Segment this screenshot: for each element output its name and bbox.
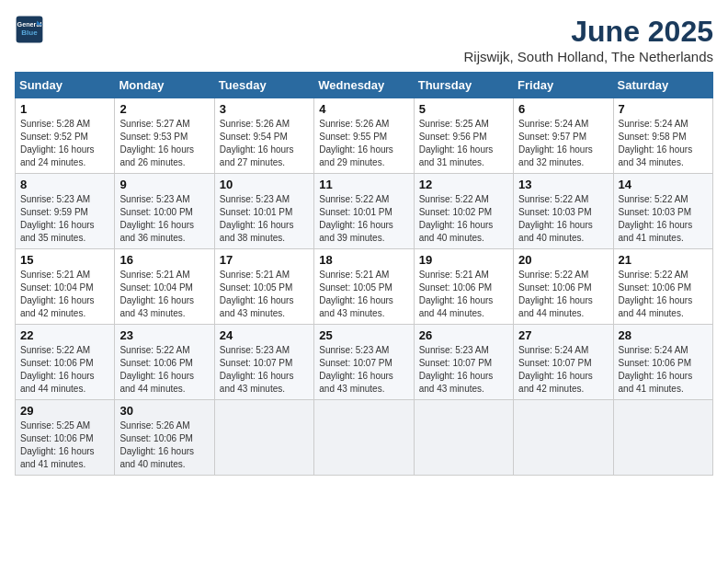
- day-number: 12: [419, 178, 508, 191]
- day-info: Sunrise: 5:22 AMSunset: 10:06 PMDaylight…: [20, 344, 109, 396]
- day-header-saturday: Saturday: [613, 73, 712, 98]
- calendar-cell: 16 Sunrise: 5:21 AMSunset: 10:04 PMDayli…: [115, 249, 214, 325]
- calendar-week-2: 8 Sunrise: 5:23 AMSunset: 9:59 PMDayligh…: [16, 174, 713, 249]
- calendar-table: SundayMondayTuesdayWednesdayThursdayFrid…: [15, 72, 713, 476]
- day-number: 9: [119, 178, 209, 191]
- day-info: Sunrise: 5:21 AMSunset: 10:06 PMDaylight…: [419, 269, 508, 320]
- day-number: 16: [119, 253, 209, 267]
- day-info: Sunrise: 5:25 AMSunset: 9:56 PMDaylight:…: [419, 118, 508, 169]
- day-number: 30: [119, 404, 209, 418]
- calendar-cell: 19 Sunrise: 5:21 AMSunset: 10:06 PMDayli…: [414, 249, 513, 325]
- day-number: 7: [619, 102, 708, 116]
- day-number: 18: [319, 253, 408, 267]
- day-number: 6: [518, 102, 608, 116]
- day-number: 26: [419, 328, 508, 342]
- day-header-monday: Monday: [115, 73, 214, 98]
- day-number: 24: [220, 328, 309, 342]
- calendar-cell: 25 Sunrise: 5:23 AMSunset: 10:07 PMDayli…: [314, 325, 414, 400]
- location-title: Rijswijk, South Holland, The Netherlands: [463, 49, 713, 64]
- calendar-week-5: 29 Sunrise: 5:25 AMSunset: 10:06 PMDayli…: [16, 400, 713, 476]
- day-info: Sunrise: 5:22 AMSunset: 10:03 PMDaylight…: [619, 193, 708, 245]
- calendar-cell: [214, 400, 313, 476]
- calendar-cell: 15 Sunrise: 5:21 AMSunset: 10:04 PMDayli…: [16, 249, 115, 325]
- day-number: 1: [20, 102, 109, 116]
- calendar-cell: 20 Sunrise: 5:22 AMSunset: 10:06 PMDayli…: [514, 249, 613, 325]
- calendar-header-row: SundayMondayTuesdayWednesdayThursdayFrid…: [16, 73, 713, 98]
- calendar-cell: 14 Sunrise: 5:22 AMSunset: 10:03 PMDayli…: [613, 174, 712, 249]
- calendar-cell: 1 Sunrise: 5:28 AMSunset: 9:52 PMDayligh…: [16, 98, 115, 174]
- calendar-week-3: 15 Sunrise: 5:21 AMSunset: 10:04 PMDayli…: [16, 249, 713, 325]
- day-info: Sunrise: 5:23 AMSunset: 10:07 PMDaylight…: [419, 344, 508, 396]
- day-number: 8: [20, 178, 109, 191]
- day-number: 19: [419, 253, 508, 267]
- day-header-tuesday: Tuesday: [214, 73, 313, 98]
- calendar-cell: 7 Sunrise: 5:24 AMSunset: 9:58 PMDayligh…: [613, 98, 712, 174]
- day-info: Sunrise: 5:22 AMSunset: 10:06 PMDaylight…: [619, 269, 708, 320]
- calendar-cell: [314, 400, 414, 476]
- day-info: Sunrise: 5:23 AMSunset: 10:01 PMDaylight…: [220, 193, 309, 245]
- calendar-cell: [514, 400, 613, 476]
- calendar-cell: 11 Sunrise: 5:22 AMSunset: 10:01 PMDayli…: [314, 174, 414, 249]
- day-number: 14: [619, 178, 708, 191]
- day-number: 15: [20, 253, 109, 267]
- calendar-cell: 9 Sunrise: 5:23 AMSunset: 10:00 PMDaylig…: [115, 174, 214, 249]
- day-info: Sunrise: 5:23 AMSunset: 10:07 PMDaylight…: [220, 344, 309, 396]
- day-info: Sunrise: 5:21 AMSunset: 10:04 PMDaylight…: [119, 269, 209, 320]
- calendar-cell: 2 Sunrise: 5:27 AMSunset: 9:53 PMDayligh…: [115, 98, 214, 174]
- calendar-cell: 22 Sunrise: 5:22 AMSunset: 10:06 PMDayli…: [16, 325, 115, 400]
- calendar-cell: 30 Sunrise: 5:26 AMSunset: 10:06 PMDayli…: [115, 400, 214, 476]
- calendar-cell: [414, 400, 513, 476]
- calendar-cell: 10 Sunrise: 5:23 AMSunset: 10:01 PMDayli…: [214, 174, 313, 249]
- day-info: Sunrise: 5:22 AMSunset: 10:06 PMDaylight…: [518, 269, 608, 320]
- day-number: 20: [518, 253, 608, 267]
- day-info: Sunrise: 5:26 AMSunset: 9:54 PMDaylight:…: [220, 118, 309, 169]
- calendar-cell: 18 Sunrise: 5:21 AMSunset: 10:05 PMDayli…: [314, 249, 414, 325]
- calendar-cell: 17 Sunrise: 5:21 AMSunset: 10:05 PMDayli…: [214, 249, 313, 325]
- day-number: 13: [518, 178, 608, 191]
- calendar-cell: 28 Sunrise: 5:24 AMSunset: 10:06 PMDayli…: [613, 325, 712, 400]
- day-number: 11: [319, 178, 408, 191]
- day-info: Sunrise: 5:22 AMSunset: 10:02 PMDaylight…: [419, 193, 508, 245]
- calendar-cell: 4 Sunrise: 5:26 AMSunset: 9:55 PMDayligh…: [314, 98, 414, 174]
- calendar-cell: 23 Sunrise: 5:22 AMSunset: 10:06 PMDayli…: [115, 325, 214, 400]
- day-info: Sunrise: 5:24 AMSunset: 10:07 PMDaylight…: [518, 344, 608, 396]
- day-number: 4: [319, 102, 408, 116]
- page-header: General Blue June 2025 Rijswijk, South H…: [15, 15, 713, 64]
- day-number: 21: [619, 253, 708, 267]
- day-number: 25: [319, 328, 408, 342]
- day-info: Sunrise: 5:24 AMSunset: 10:06 PMDaylight…: [619, 344, 708, 396]
- day-info: Sunrise: 5:26 AMSunset: 10:06 PMDaylight…: [119, 419, 209, 471]
- day-number: 23: [119, 328, 209, 342]
- calendar-cell: 27 Sunrise: 5:24 AMSunset: 10:07 PMDayli…: [514, 325, 613, 400]
- calendar-cell: 8 Sunrise: 5:23 AMSunset: 9:59 PMDayligh…: [16, 174, 115, 249]
- calendar-cell: 13 Sunrise: 5:22 AMSunset: 10:03 PMDayli…: [514, 174, 613, 249]
- day-info: Sunrise: 5:27 AMSunset: 9:53 PMDaylight:…: [119, 118, 209, 169]
- day-info: Sunrise: 5:26 AMSunset: 9:55 PMDaylight:…: [319, 118, 408, 169]
- logo: General Blue: [15, 15, 44, 44]
- calendar-week-1: 1 Sunrise: 5:28 AMSunset: 9:52 PMDayligh…: [16, 98, 713, 174]
- day-number: 3: [220, 102, 309, 116]
- day-number: 28: [619, 328, 708, 342]
- day-info: Sunrise: 5:22 AMSunset: 10:06 PMDaylight…: [119, 344, 209, 396]
- day-header-wednesday: Wednesday: [314, 73, 414, 98]
- day-info: Sunrise: 5:21 AMSunset: 10:04 PMDaylight…: [20, 269, 109, 320]
- day-info: Sunrise: 5:23 AMSunset: 9:59 PMDaylight:…: [20, 193, 109, 245]
- calendar-cell: [613, 400, 712, 476]
- calendar-cell: 29 Sunrise: 5:25 AMSunset: 10:06 PMDayli…: [16, 400, 115, 476]
- calendar-cell: 21 Sunrise: 5:22 AMSunset: 10:06 PMDayli…: [613, 249, 712, 325]
- logo-icon: General Blue: [15, 15, 44, 44]
- calendar-cell: 5 Sunrise: 5:25 AMSunset: 9:56 PMDayligh…: [414, 98, 513, 174]
- day-number: 2: [119, 102, 209, 116]
- title-area: June 2025 Rijswijk, South Holland, The N…: [463, 15, 713, 64]
- calendar-cell: 6 Sunrise: 5:24 AMSunset: 9:57 PMDayligh…: [514, 98, 613, 174]
- day-header-thursday: Thursday: [414, 73, 513, 98]
- calendar-cell: 26 Sunrise: 5:23 AMSunset: 10:07 PMDayli…: [414, 325, 513, 400]
- calendar-week-4: 22 Sunrise: 5:22 AMSunset: 10:06 PMDayli…: [16, 325, 713, 400]
- day-info: Sunrise: 5:22 AMSunset: 10:03 PMDaylight…: [518, 193, 608, 245]
- day-number: 10: [220, 178, 309, 191]
- day-info: Sunrise: 5:21 AMSunset: 10:05 PMDaylight…: [319, 269, 408, 320]
- day-number: 5: [419, 102, 508, 116]
- day-number: 17: [220, 253, 309, 267]
- day-info: Sunrise: 5:23 AMSunset: 10:00 PMDaylight…: [119, 193, 209, 245]
- calendar-cell: 3 Sunrise: 5:26 AMSunset: 9:54 PMDayligh…: [214, 98, 313, 174]
